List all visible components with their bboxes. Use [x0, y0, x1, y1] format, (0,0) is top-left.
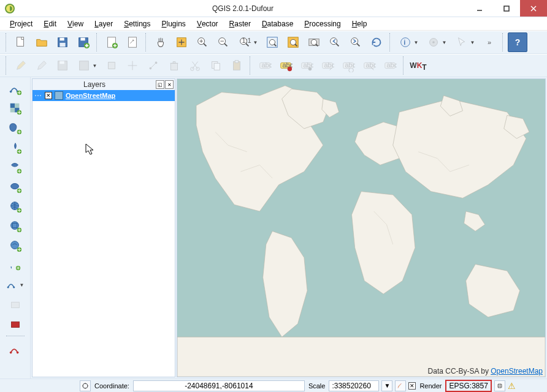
menubar: Project Edit View Layer Settings Plugins… — [0, 17, 547, 31]
toolbar-overflow-button[interactable]: » — [480, 32, 499, 52]
node-tool-button[interactable] — [143, 56, 163, 75]
refresh-button[interactable] — [367, 32, 386, 52]
scale-dropdown-button[interactable]: ▼ — [381, 380, 392, 391]
copy-button[interactable] — [206, 56, 226, 75]
toolbar-grip[interactable] — [389, 33, 392, 51]
menu-plugins[interactable]: Plugins — [157, 18, 191, 29]
zoom-next-button[interactable] — [346, 32, 365, 52]
minimize-button[interactable] — [466, 0, 493, 17]
label-abc-1-button[interactable]: abc — [255, 56, 275, 75]
toolbar-grip[interactable] — [250, 56, 252, 75]
map-attribution: Data CC-By-SA by OpenStreetMap — [428, 367, 543, 375]
add-raster-layer-button[interactable] — [6, 99, 25, 118]
layer-visibility-checkbox[interactable]: ✕ — [45, 92, 52, 99]
new-project-button[interactable] — [11, 32, 31, 52]
messages-button[interactable]: ⚠ — [508, 381, 516, 391]
chevron-right-icon: » — [488, 39, 491, 46]
attribution-link[interactable]: OpenStreetMap — [491, 367, 543, 375]
menu-database[interactable]: Database — [257, 18, 298, 29]
add-oracle-layer-button[interactable] — [6, 178, 25, 196]
label-abc-yellow-button[interactable]: abc — [276, 56, 296, 75]
new-shapefile-button[interactable]: ▼ — [6, 276, 25, 294]
edit-pencil-button[interactable] — [11, 56, 31, 75]
map-canvas[interactable]: Data CC-By-SA by OpenStreetMap — [177, 78, 546, 377]
add-postgis-layer-button[interactable] — [6, 119, 25, 137]
zoom-native-button[interactable]: 1:1▼ — [234, 32, 261, 52]
add-wfs-layer-button[interactable] — [6, 236, 25, 255]
label-abc-4-button[interactable]: abc — [318, 56, 337, 75]
menu-edit[interactable]: Edit — [39, 18, 61, 29]
help-button[interactable]: ? — [508, 32, 527, 52]
layers-tree[interactable]: ⋯ ✕ OpenStreetMap — [33, 90, 175, 377]
save-project-button[interactable] — [53, 32, 72, 52]
delete-selected-button[interactable] — [164, 56, 184, 75]
toolbar-grip[interactable] — [145, 33, 148, 51]
gps-button[interactable] — [6, 315, 25, 333]
label-abc-6-button[interactable]: abc — [359, 56, 379, 75]
zoom-last-button[interactable] — [325, 32, 345, 52]
composer-manager-button[interactable] — [123, 32, 142, 52]
zoom-full-button[interactable] — [262, 32, 282, 52]
open-project-button[interactable] — [32, 32, 52, 52]
menu-settings[interactable]: Settings — [119, 18, 155, 29]
add-wcs-layer-button[interactable] — [6, 217, 25, 235]
layers-panel-close-button[interactable]: ✕ — [165, 80, 174, 89]
layers-panel-float-button[interactable]: ◱ — [156, 80, 164, 89]
label-abc-3-button[interactable]: abc — [297, 56, 316, 75]
svg-rect-41 — [214, 63, 220, 70]
label-abc-7-button[interactable]: abc — [380, 56, 400, 75]
zoom-out-button[interactable] — [213, 32, 233, 52]
close-button[interactable] — [520, 0, 547, 17]
save-as-button[interactable] — [74, 32, 93, 52]
toolbar-sep — [96, 33, 99, 51]
layer-row-openstreetmap[interactable]: ⋯ ✕ OpenStreetMap — [33, 90, 175, 101]
pan-to-selection-button[interactable] — [172, 32, 191, 52]
menu-project[interactable]: Project — [5, 18, 37, 29]
crs-button[interactable] — [494, 380, 505, 391]
wkt-side-button[interactable] — [6, 341, 25, 359]
add-wms-layer-button[interactable] — [6, 197, 25, 216]
toggle-extents-button[interactable] — [80, 380, 91, 391]
select-dropdown-button[interactable]: ▼ — [451, 32, 478, 52]
maximize-button[interactable] — [493, 0, 520, 17]
zoom-to-layer-button[interactable] — [304, 32, 324, 52]
add-delimited-text-button[interactable]: , — [6, 256, 25, 274]
toolbar-grip[interactable] — [6, 56, 8, 75]
move-feature-button[interactable] — [123, 56, 142, 75]
zoom-in-button[interactable] — [193, 32, 212, 52]
toolbar-grip[interactable] — [403, 56, 405, 75]
coordinate-field[interactable]: -24048691,-8061014 — [133, 380, 305, 391]
menu-help[interactable]: Help — [347, 18, 372, 29]
toggle-editing-button[interactable] — [32, 56, 52, 75]
menu-layer[interactable]: Layer — [90, 18, 118, 29]
scale-field[interactable]: :338520260 — [329, 380, 379, 391]
svg-point-75 — [10, 222, 18, 230]
label-abc-5-button[interactable]: abc — [339, 56, 358, 75]
pan-button[interactable] — [151, 32, 170, 52]
crs-status-box[interactable]: EPSG:3857 — [445, 380, 491, 392]
paste-button[interactable] — [227, 56, 247, 75]
settings-dropdown-button[interactable]: ▼ — [423, 32, 450, 52]
menu-processing[interactable]: Processing — [299, 18, 345, 29]
add-mssql-layer-button[interactable] — [6, 158, 25, 176]
cut-button[interactable] — [185, 56, 205, 75]
toolbar-row-1: 1:1▼ i▼ ▼ ▼ » ? — [0, 31, 547, 54]
add-spatialite-layer-button[interactable] — [6, 138, 25, 157]
toolbar-grip[interactable] — [6, 33, 8, 51]
menu-raster[interactable]: Raster — [224, 18, 256, 29]
wkt-button[interactable]: WKT — [408, 56, 428, 75]
scale-lock-button[interactable] — [395, 380, 406, 391]
remove-layer-button[interactable] — [6, 295, 25, 314]
toolbar-grip[interactable] — [502, 33, 505, 51]
add-vector-layer-button[interactable] — [6, 80, 25, 98]
menu-vector[interactable]: Vector — [192, 18, 223, 29]
new-composer-button[interactable] — [102, 32, 121, 52]
menu-view[interactable]: View — [63, 18, 88, 29]
zoom-to-selection-button[interactable] — [283, 32, 303, 52]
titlebar: QGIS 2.0.1-Dufour — [0, 0, 547, 17]
render-checkbox[interactable]: ✕ — [408, 382, 416, 390]
add-feature-button[interactable] — [102, 56, 121, 75]
identify-button[interactable]: i▼ — [395, 32, 422, 52]
save-edits-button[interactable] — [53, 56, 72, 75]
save-edits-dropdown[interactable]: ▼ — [74, 56, 101, 75]
